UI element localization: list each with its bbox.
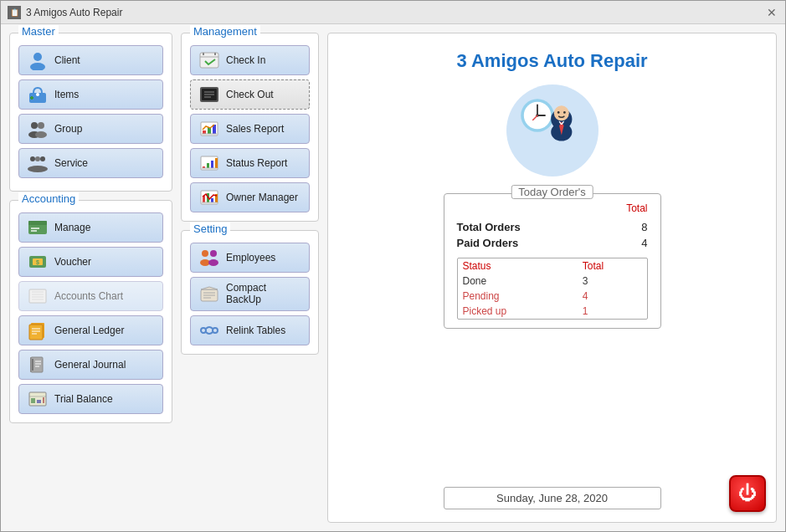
middle-panels: Management Check In xyxy=(181,33,319,523)
check-out-icon xyxy=(198,84,221,105)
master-title: Master xyxy=(18,25,59,38)
avatar xyxy=(506,84,598,176)
general-ledger-icon xyxy=(26,320,49,340)
items-label: Items xyxy=(54,89,79,100)
status-report-button[interactable]: Status Report xyxy=(190,148,310,178)
paid-orders-label: Paid Orders xyxy=(457,237,519,249)
group-label: Group xyxy=(54,123,82,135)
main-window: 📋 3 Amigos Auto Repair ✕ Master Client xyxy=(0,0,786,532)
employees-button[interactable]: Employees xyxy=(190,243,310,273)
window-title: 3 Amigos Auto Repair xyxy=(26,7,122,18)
accounts-chart-button[interactable]: Accounts Chart xyxy=(18,281,163,311)
svg-marker-73 xyxy=(201,287,218,289)
check-in-icon xyxy=(198,50,221,70)
power-button[interactable]: ⏻ xyxy=(729,475,766,512)
sales-report-button[interactable]: Sales Report xyxy=(190,114,310,144)
date-box: Sunday, June 28, 2020 xyxy=(444,487,661,509)
trial-balance-button[interactable]: Trial Balance xyxy=(18,384,163,414)
accounts-chart-icon xyxy=(26,286,49,306)
svg-point-87 xyxy=(557,111,559,114)
voucher-button[interactable]: $ Voucher xyxy=(18,247,163,277)
relink-tables-label: Relink Tables xyxy=(226,325,285,336)
check-out-label: Check Out xyxy=(226,89,274,100)
check-in-button[interactable]: Check In xyxy=(190,45,310,75)
manage-button[interactable]: Manage xyxy=(18,212,163,243)
status-table-row: Picked up1 xyxy=(458,304,647,319)
today-orders-box: Today Order's Total Total Orders 8 Paid … xyxy=(444,193,661,329)
client-icon xyxy=(26,50,49,70)
general-ledger-button[interactable]: General Ledger xyxy=(18,315,163,345)
owner-manager-button[interactable]: Owner Manager xyxy=(190,182,310,212)
client-label: Client xyxy=(54,54,80,66)
svg-rect-21 xyxy=(29,289,46,303)
voucher-icon: $ xyxy=(26,252,49,272)
svg-point-6 xyxy=(31,122,38,129)
items-button[interactable]: Items xyxy=(18,79,163,110)
svg-point-70 xyxy=(210,250,217,257)
total-header: Total xyxy=(626,202,647,214)
sales-report-label: Sales Report xyxy=(226,123,284,135)
total-orders-label: Total Orders xyxy=(457,221,521,233)
svg-rect-17 xyxy=(31,230,37,232)
compact-backup-icon xyxy=(198,284,221,304)
status-report-label: Status Report xyxy=(226,157,287,169)
service-button[interactable]: Service xyxy=(18,148,163,178)
svg-rect-52 xyxy=(203,130,206,134)
status-table-row: Done3 xyxy=(458,274,647,289)
status-table: Status Total Done3Pending4Picked up1 xyxy=(458,258,647,319)
svg-point-11 xyxy=(35,156,40,161)
compact-backup-button[interactable]: Compact BackUp xyxy=(190,277,310,311)
sales-report-icon xyxy=(198,119,221,139)
total-orders-value: 8 xyxy=(641,221,647,233)
total-col-header: Total xyxy=(578,258,647,274)
close-button[interactable]: ✕ xyxy=(765,6,778,19)
dashboard-panel: 3 Amigos Auto Repair xyxy=(327,33,777,523)
svg-point-86 xyxy=(553,105,568,120)
paid-orders-value: 4 xyxy=(641,237,647,249)
general-journal-button[interactable]: General Journal xyxy=(18,350,163,380)
svg-rect-33 xyxy=(32,359,33,371)
check-out-button[interactable]: Check Out xyxy=(190,79,310,110)
app-title: 3 Amigos Auto Repair xyxy=(456,50,647,72)
relink-tables-button[interactable]: Relink Tables xyxy=(190,315,310,345)
trial-balance-icon xyxy=(26,389,49,409)
svg-point-68 xyxy=(202,250,208,257)
svg-point-78 xyxy=(213,328,218,333)
manage-icon xyxy=(26,217,49,238)
manage-label: Manage xyxy=(54,222,90,233)
client-button[interactable]: Client xyxy=(18,45,163,75)
check-in-label: Check In xyxy=(226,54,265,66)
svg-point-9 xyxy=(35,131,47,138)
svg-rect-16 xyxy=(31,228,39,229)
relink-tables-icon xyxy=(198,320,221,340)
svg-point-13 xyxy=(28,166,48,172)
app-icon: 📋 xyxy=(8,6,21,19)
titlebar: 📋 3 Amigos Auto Repair ✕ xyxy=(1,1,785,24)
svg-point-71 xyxy=(208,259,218,266)
svg-rect-65 xyxy=(211,198,213,202)
svg-rect-15 xyxy=(28,221,47,225)
employees-icon xyxy=(198,248,221,268)
svg-text:$: $ xyxy=(36,259,39,266)
svg-rect-59 xyxy=(211,161,213,168)
orders-summary: Total Orders 8 Paid Orders 4 xyxy=(457,221,648,249)
accounting-panel: Accounting Manage xyxy=(9,200,172,423)
general-journal-icon xyxy=(26,355,49,375)
compact-backup-label: Compact BackUp xyxy=(226,282,302,306)
group-button[interactable]: Group xyxy=(18,114,163,144)
svg-rect-41 xyxy=(43,397,44,403)
management-title: Management xyxy=(190,25,260,38)
svg-rect-60 xyxy=(215,158,218,168)
svg-point-0 xyxy=(33,53,42,61)
svg-point-77 xyxy=(201,328,206,333)
summary-header: Total xyxy=(457,202,648,214)
svg-point-1 xyxy=(30,63,45,70)
power-icon: ⏻ xyxy=(738,484,757,503)
service-icon xyxy=(26,153,49,173)
svg-point-3 xyxy=(36,93,39,96)
accounting-title: Accounting xyxy=(18,192,79,205)
general-journal-label: General Journal xyxy=(54,359,126,371)
group-icon xyxy=(26,119,49,139)
svg-rect-39 xyxy=(31,398,35,403)
trial-balance-label: Trial Balance xyxy=(54,393,113,405)
